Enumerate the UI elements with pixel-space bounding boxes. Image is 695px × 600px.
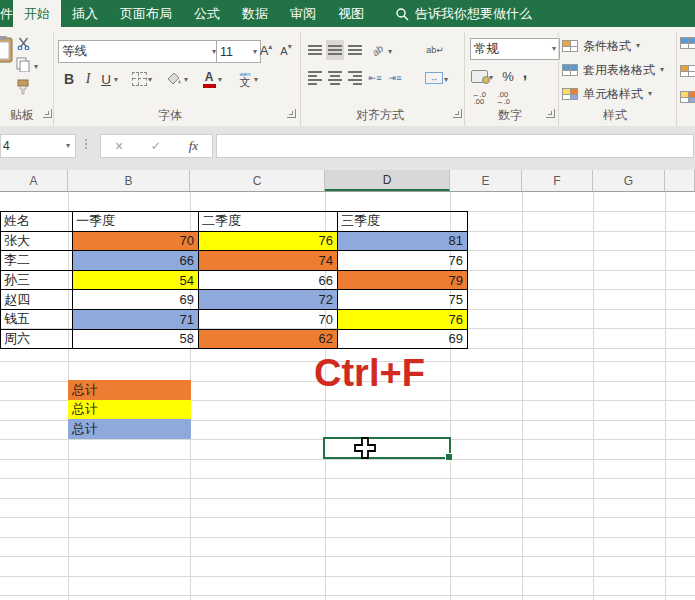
value-cell[interactable]: 72 xyxy=(199,290,338,310)
column-header-D[interactable]: D xyxy=(325,170,450,191)
merge-center-arrow[interactable]: ▾ xyxy=(444,76,448,84)
tab-开始[interactable]: 开始 xyxy=(13,0,61,27)
table-header-cell[interactable]: 姓名 xyxy=(1,212,73,232)
table-header-cell[interactable]: 三季度 xyxy=(338,212,468,232)
name-cell[interactable]: 孙三 xyxy=(1,270,73,290)
wrap-text-button[interactable]: ab↵ xyxy=(424,40,446,60)
tab-数据[interactable]: 数据 xyxy=(231,0,279,27)
increase-indent-button[interactable]: ⇥≡ xyxy=(386,68,404,88)
number-format-combo[interactable]: 常规▾ xyxy=(470,38,560,60)
percent-style-button[interactable]: % xyxy=(500,66,516,86)
formula-bar-grip[interactable] xyxy=(85,139,87,149)
value-cell[interactable]: 66 xyxy=(73,251,199,271)
style-item-2[interactable]: 单元格样式▾ xyxy=(562,83,652,105)
tab-审阅[interactable]: 审阅 xyxy=(279,0,327,27)
value-cell[interactable]: 74 xyxy=(199,251,338,271)
value-cell[interactable]: 75 xyxy=(338,290,468,310)
value-cell[interactable]: 79 xyxy=(338,270,468,290)
align-center-button[interactable] xyxy=(326,68,344,88)
borders-button[interactable] xyxy=(130,68,148,90)
enter-button[interactable]: ✓ xyxy=(151,139,161,153)
sheet-grid[interactable]: 姓名一季度二季度三季度张大707681李二667476孙三546679赵四697… xyxy=(0,192,695,600)
value-cell[interactable]: 71 xyxy=(73,309,199,329)
accounting-format-button[interactable] xyxy=(470,66,488,86)
style-item-1[interactable]: 套用表格格式▾ xyxy=(562,59,664,81)
fill-color-button[interactable] xyxy=(164,68,184,90)
column-header-G[interactable]: G xyxy=(593,170,665,191)
value-cell[interactable]: 81 xyxy=(338,231,468,251)
name-cell[interactable]: 钱五 xyxy=(1,309,73,329)
file-tab-partial[interactable]: 件 xyxy=(0,0,13,27)
value-cell[interactable]: 76 xyxy=(199,231,338,251)
paste-button-partial[interactable] xyxy=(0,35,14,63)
phonetic-arrow[interactable]: ▾ xyxy=(254,76,258,84)
value-cell[interactable]: 76 xyxy=(338,251,468,271)
fill-handle[interactable] xyxy=(445,453,453,461)
value-cell[interactable]: 62 xyxy=(199,329,338,349)
underline-arrow[interactable]: ▾ xyxy=(114,76,118,84)
column-header-partial[interactable] xyxy=(665,170,695,191)
orientation-button[interactable]: ab xyxy=(368,40,388,60)
copy-dropdown-arrow[interactable]: ▾ xyxy=(34,63,38,71)
tell-me-search[interactable]: 告诉我你想要做什么 xyxy=(395,0,532,27)
cut-button[interactable] xyxy=(17,37,30,50)
tab-公式[interactable]: 公式 xyxy=(183,0,231,27)
shrink-font-button[interactable]: A▾ xyxy=(277,40,295,61)
value-cell[interactable]: 70 xyxy=(199,309,338,329)
name-box[interactable]: 4 ▾ xyxy=(0,134,76,158)
align-right-button[interactable] xyxy=(346,68,364,88)
format-painter-button[interactable] xyxy=(16,79,30,95)
selected-cell[interactable] xyxy=(323,437,451,459)
column-header-B[interactable]: B xyxy=(68,170,190,191)
name-cell[interactable]: 李二 xyxy=(1,251,73,271)
value-cell[interactable]: 76 xyxy=(338,309,468,329)
italic-button[interactable]: I xyxy=(80,68,96,90)
decrease-indent-button[interactable]: ⇤≡ xyxy=(366,68,384,88)
align-left-button[interactable] xyxy=(306,68,324,88)
clipboard-dialog-launcher[interactable] xyxy=(43,109,52,118)
formula-input[interactable] xyxy=(216,134,694,158)
alignment-dialog-launcher[interactable] xyxy=(453,109,462,118)
column-header-F[interactable]: F xyxy=(522,170,593,191)
total-cell[interactable]: 总计 xyxy=(68,419,191,439)
tab-视图[interactable]: 视图 xyxy=(327,0,375,27)
insert-cells-button-partial[interactable] xyxy=(680,37,695,49)
grow-font-button[interactable]: A▴ xyxy=(257,40,275,61)
total-cell[interactable]: 总计 xyxy=(68,400,191,420)
bottom-align-button[interactable] xyxy=(346,40,364,60)
comma-style-button[interactable]: , xyxy=(518,63,532,83)
tab-插入[interactable]: 插入 xyxy=(61,0,109,27)
value-cell[interactable]: 69 xyxy=(338,329,468,349)
font-name-combo[interactable]: 等线▾ xyxy=(58,40,220,63)
font-size-combo[interactable]: 11▾ xyxy=(216,40,261,63)
cancel-button[interactable]: × xyxy=(115,138,123,154)
value-cell[interactable]: 66 xyxy=(199,270,338,290)
increase-decimal-button[interactable]: ←.0 .00 xyxy=(468,90,490,106)
name-cell[interactable]: 赵四 xyxy=(1,290,73,310)
decrease-decimal-button[interactable]: .00 →.0 xyxy=(492,90,514,106)
value-cell[interactable]: 69 xyxy=(73,290,199,310)
value-cell[interactable]: 58 xyxy=(73,329,199,349)
table-header-cell[interactable]: 二季度 xyxy=(199,212,338,232)
orientation-arrow[interactable]: ▾ xyxy=(388,48,392,56)
accounting-arrow[interactable]: ▾ xyxy=(489,74,493,82)
underline-button[interactable]: U xyxy=(98,68,114,90)
borders-arrow[interactable]: ▾ xyxy=(148,76,152,84)
total-cell[interactable]: 总计 xyxy=(68,380,191,400)
delete-cells-button-partial[interactable] xyxy=(680,65,695,77)
font-dialog-launcher[interactable] xyxy=(287,109,296,118)
merge-center-button[interactable]: ↔ xyxy=(424,68,444,88)
font-color-arrow[interactable]: ▾ xyxy=(218,76,222,84)
column-header-E[interactable]: E xyxy=(450,170,522,191)
value-cell[interactable]: 70 xyxy=(73,231,199,251)
middle-align-button[interactable] xyxy=(326,40,344,60)
number-dialog-launcher[interactable] xyxy=(546,109,555,118)
font-color-button[interactable]: A xyxy=(200,69,218,89)
top-align-button[interactable] xyxy=(306,40,324,60)
tab-页面布局[interactable]: 页面布局 xyxy=(109,0,183,27)
style-item-0[interactable]: 条件格式▾ xyxy=(562,35,640,57)
insert-function-button[interactable]: fx xyxy=(189,138,198,154)
table-header-cell[interactable]: 一季度 xyxy=(73,212,199,232)
name-cell[interactable]: 周六 xyxy=(1,329,73,349)
phonetic-guide-button[interactable]: wén文 xyxy=(236,68,254,90)
